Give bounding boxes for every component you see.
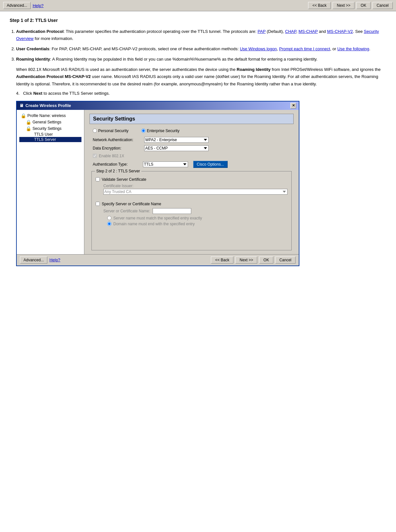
security-type-row: Personal Security Enterprise Security <box>93 129 294 133</box>
dialog-title-left: 🖥 Create Wireless Profile <box>19 103 71 108</box>
dialog-body: 🔒 Profile Name: wireless 🔒 General Setti… <box>17 110 299 254</box>
enable-8021x-row: Enable 802.1X <box>93 154 294 158</box>
auth-type-select[interactable]: TTLS <box>143 161 188 167</box>
sidebar-item-security-settings[interactable]: 🔒 Security Settings <box>19 125 81 132</box>
mschapv2-link[interactable]: MS-CHAP-V2 <box>327 29 353 34</box>
validate-cert-label: Validate Server Certificate <box>102 177 146 182</box>
panel-title: Security Settings <box>90 114 294 124</box>
cert-issuer-select[interactable]: Any Trusted CA <box>103 189 288 195</box>
enterprise-security-radio[interactable] <box>141 129 146 133</box>
extra-paragraph: When 802.1X Microsoft IAS RADIUS is used… <box>16 66 386 87</box>
data-enc-select[interactable]: AES - CCMP <box>144 145 209 151</box>
sidebar-item-ttls-server[interactable]: TTLS Server <box>19 137 81 142</box>
prompt-each-time-link[interactable]: Prompt each time I connect <box>279 46 330 51</box>
group-box-legend: Step 2 of 2 : TTLS Server <box>95 169 141 173</box>
enterprise-security-text: Enterprise Security <box>147 129 179 133</box>
create-wireless-profile-dialog: 🖥 Create Wireless Profile ✕ 🔒 Profile Na… <box>16 101 299 266</box>
enable-8021x-checkbox <box>93 154 97 158</box>
dialog-close-button[interactable]: ✕ <box>290 103 296 109</box>
top-toolbar: Advanced... Help? << Back Next >> OK Can… <box>0 0 396 11</box>
general-settings-icon: 🔒 <box>26 120 31 125</box>
server-name-label-text: Server or Certificate Name: <box>103 209 150 213</box>
personal-security-radio[interactable] <box>93 129 97 133</box>
data-enc-label: Data Encryption: <box>93 146 144 150</box>
personal-security-radio-label[interactable]: Personal Security <box>93 129 128 133</box>
security-settings-icon: 🔒 <box>26 126 31 131</box>
match-exact-label: Server name must match the specified ent… <box>113 216 202 220</box>
match-domain-label: Domain name must end with the specified … <box>113 222 195 226</box>
validate-cert-checkbox[interactable] <box>96 177 100 181</box>
sidebar-item-general-settings[interactable]: 🔒 General Settings <box>19 119 81 125</box>
advanced-button-bottom[interactable]: Advanced... <box>20 256 47 264</box>
dialog-sidebar: 🔒 Profile Name: wireless 🔒 General Setti… <box>17 110 84 254</box>
dialog-panel: Security Settings Personal Security Ente… <box>84 110 299 254</box>
ok-button-top[interactable]: OK <box>356 2 370 9</box>
server-name-input[interactable] <box>153 208 191 214</box>
network-auth-select[interactable]: WPA2 - Enterprise <box>144 137 209 143</box>
auth-protocol-bold: Authentication Protocol <box>16 29 63 34</box>
roaming-identity-bold: Roaming Identity <box>16 57 50 62</box>
list-item-1: Authentication Protocol: This parameter … <box>16 28 386 42</box>
cert-issuer-label-text: Certificate Issuer: <box>103 184 288 188</box>
specify-server-row: Specify Server or Certificate Name <box>96 202 288 206</box>
list-item-3: Roaming Identity: A Roaming Identity may… <box>16 56 386 63</box>
network-auth-row: Network Authentication: WPA2 - Enterpris… <box>93 137 294 143</box>
ttls-server-group-box: Step 2 of 2 : TTLS Server Validate Serve… <box>91 171 292 250</box>
validate-cert-row: Validate Server Certificate <box>96 177 288 182</box>
profile-icon: 🔒 <box>21 113 26 118</box>
data-enc-row: Data Encryption: AES - CCMP <box>93 145 294 151</box>
instructions-list: Authentication Protocol: This parameter … <box>16 28 386 63</box>
sidebar-profile-label: Profile Name: wireless <box>27 113 66 118</box>
sidebar-security-label: Security Settings <box>33 126 61 131</box>
cisco-options-button[interactable]: Cisco Options... <box>193 161 228 168</box>
back-button-bottom[interactable]: << Back <box>211 256 233 264</box>
auth-type-row: Authentication Type: TTLS Cisco Options.… <box>93 161 294 168</box>
dialog-titlebar: 🖥 Create Wireless Profile ✕ <box>17 102 299 110</box>
cancel-button-bottom[interactable]: Cancel <box>275 256 296 264</box>
ttls-user-label: TTLS User <box>34 132 53 137</box>
next-button-top[interactable]: Next >> <box>333 2 354 9</box>
match-domain-row: Domain name must end with the specified … <box>107 222 288 226</box>
server-name-row: Server or Certificate Name: <box>103 208 288 214</box>
step-title: Step 1 of 2: TTLS User <box>10 18 386 23</box>
dialog-title-icon: 🖥 <box>19 103 24 108</box>
click-next-paragraph: 4. Click Next to access the TTLS Server … <box>16 91 386 96</box>
chap-link[interactable]: CHAP <box>285 29 296 34</box>
match-exact-radio[interactable] <box>107 216 111 220</box>
main-content: Step 1 of 2: TTLS User Authentication Pr… <box>0 11 396 273</box>
dialog-bottom-toolbar: Advanced... Help? << Back Next >> OK Can… <box>17 254 299 266</box>
use-following-link[interactable]: Use the following <box>337 46 369 51</box>
dialog-title-text: Create Wireless Profile <box>25 103 71 108</box>
match-domain-radio[interactable] <box>107 222 111 226</box>
auth-type-label: Authentication Type: <box>93 162 140 167</box>
sidebar-item-profile-name[interactable]: 🔒 Profile Name: wireless <box>19 112 81 119</box>
personal-security-text: Personal Security <box>98 129 128 133</box>
ok-button-bottom[interactable]: OK <box>259 256 273 264</box>
user-credentials-bold: User Credentials <box>16 46 49 51</box>
cancel-button-top[interactable]: Cancel <box>372 2 393 9</box>
list-item-2: User Credentials: For PAP, CHAP, MS-CHAP… <box>16 45 386 53</box>
specify-server-checkbox[interactable] <box>96 202 100 206</box>
use-windows-logon-link[interactable]: Use Windows logon <box>240 46 277 51</box>
specify-server-label: Specify Server or Certificate Name <box>102 202 161 206</box>
enterprise-security-radio-label[interactable]: Enterprise Security <box>141 129 179 133</box>
help-link-top[interactable]: Help? <box>33 3 43 8</box>
mschap-link[interactable]: MS-CHAP <box>298 29 318 34</box>
sidebar-general-label: General Settings <box>33 120 61 124</box>
match-exact-row: Server name must match the specified ent… <box>107 216 288 220</box>
pap-link[interactable]: PAP <box>258 29 266 34</box>
ttls-server-label: TTLS Server <box>34 137 56 142</box>
help-link-bottom[interactable]: Help? <box>49 257 60 262</box>
sidebar-item-ttls-user[interactable]: TTLS User <box>19 132 81 137</box>
back-button-top[interactable]: << Back <box>308 2 331 9</box>
next-button-bottom[interactable]: Next >> <box>235 256 257 264</box>
network-auth-label: Network Authentication: <box>93 138 144 142</box>
enable-8021x-label: Enable 802.1X <box>99 154 124 158</box>
advanced-button-top[interactable]: Advanced... <box>3 2 31 9</box>
